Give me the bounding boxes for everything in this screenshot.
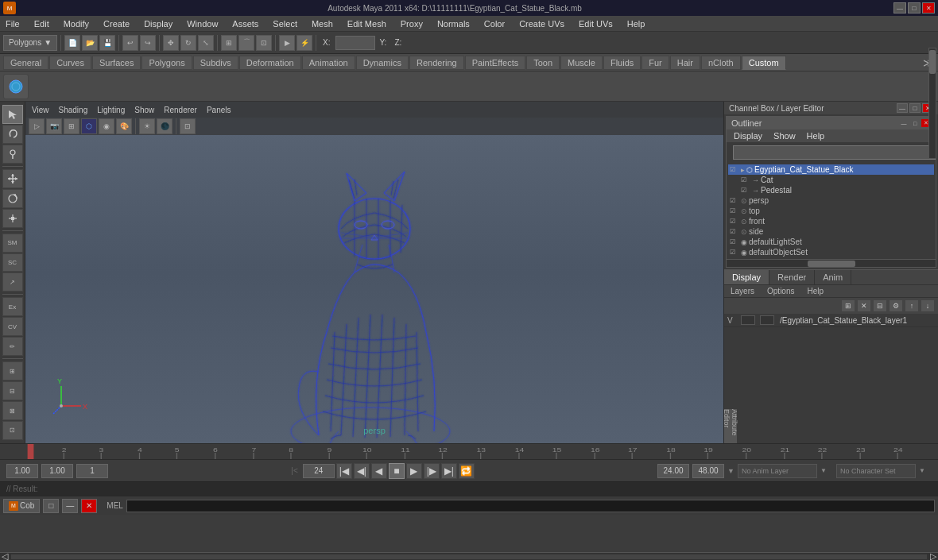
vp-camera-icon[interactable]: 📷 <box>46 118 62 134</box>
lasso-tool-btn[interactable] <box>2 125 23 144</box>
taskbar-min-btn[interactable]: — <box>62 499 78 513</box>
mel-input[interactable] <box>126 500 935 512</box>
layer-visibility[interactable]: V <box>727 316 738 325</box>
curve-tool-btn[interactable]: CV <box>2 317 23 336</box>
window-controls[interactable]: — □ ✕ <box>893 2 935 14</box>
layer-tool-btn[interactable]: ⊠ <box>2 401 23 420</box>
tree-item-defaultlightset[interactable]: ☑ ◉ defaultLightSet <box>728 237 934 247</box>
render-icon[interactable]: ▶ <box>279 35 295 51</box>
extrude-tool-btn[interactable]: Ex <box>2 297 23 316</box>
shelf-tab-rendering[interactable]: Rendering <box>409 56 464 70</box>
shelf-tab-fur[interactable]: Fur <box>641 56 669 70</box>
go-to-end-btn[interactable]: ▶| <box>441 463 457 479</box>
channel-subtab-layers[interactable]: Layers <box>724 285 761 297</box>
outliner-scroll-thumb[interactable] <box>929 50 936 74</box>
viewport-menu-shading[interactable]: Shading <box>59 106 88 114</box>
viewport-menu-view[interactable]: View <box>32 106 49 114</box>
menu-edit[interactable]: Edit <box>32 19 52 29</box>
layer-options-btn[interactable]: ⊟ <box>873 299 887 312</box>
menu-file[interactable]: File <box>3 19 22 29</box>
scale-icon[interactable]: ⤡ <box>198 35 214 51</box>
paint-tool-btn[interactable] <box>2 145 23 164</box>
sculpt-tool-btn[interactable]: SC <box>2 253 23 272</box>
attribute-editor-tab[interactable]: Attribute Editor <box>724 409 737 443</box>
close-button[interactable]: ✕ <box>922 2 935 14</box>
tree-item-pedestal[interactable]: ☑ → Pedestal <box>728 185 934 195</box>
taskbar-close-btn[interactable]: ✕ <box>81 499 97 513</box>
shelf-tab-polygons[interactable]: Polygons <box>141 56 192 70</box>
vp-resolution-icon[interactable]: ⊡ <box>180 118 196 134</box>
shelf-tab-dynamics[interactable]: Dynamics <box>356 56 409 70</box>
shelf-tab-curves[interactable]: Curves <box>49 56 91 70</box>
viewport-menu-lighting[interactable]: Lighting <box>97 106 125 114</box>
channel-tab-render[interactable]: Render <box>769 270 815 284</box>
tree-item-root[interactable]: ☑ ▸ ⬡ Egyptian_Cat_Statue_Black <box>728 164 934 175</box>
shelf-tab-surfaces[interactable]: Surfaces <box>92 56 141 70</box>
layer-settings-btn[interactable]: ⚙ <box>889 299 903 312</box>
go-to-start-btn[interactable]: |◀ <box>336 463 352 479</box>
shelf-tab-ncloth[interactable]: nCloth <box>701 56 741 70</box>
viewport-menu-renderer[interactable]: Renderer <box>164 106 197 114</box>
channel-maximize-btn[interactable]: □ <box>909 103 921 113</box>
shelf-tab-muscle[interactable]: Muscle <box>560 56 603 70</box>
outliner-min-btn[interactable]: — <box>899 119 909 127</box>
vp-grid-icon[interactable]: ⊞ <box>64 118 79 134</box>
menu-create[interactable]: Create <box>101 19 132 29</box>
shelf-tab-custom[interactable]: Custom <box>742 56 786 70</box>
tree-checkbox-pedestal[interactable]: ☑ <box>741 187 752 194</box>
tree-checkbox-top[interactable]: ☑ <box>730 207 741 214</box>
layer-name[interactable]: /Egyptian_Cat_Statue_Black_layer1 <box>780 316 907 325</box>
tree-item-front[interactable]: ☑ ⊙ front <box>728 216 934 226</box>
tree-checkbox-objectset[interactable]: ☑ <box>730 249 741 256</box>
menu-select[interactable]: Select <box>270 19 300 29</box>
outliner-max-btn[interactable]: □ <box>910 119 920 127</box>
shelf-tab-toon[interactable]: Toon <box>526 56 560 70</box>
loop-btn[interactable]: 🔁 <box>459 463 475 479</box>
timeline[interactable]: 2 3 4 5 6 7 8 9 10 11 12 13 14 <box>0 443 938 459</box>
vp-wireframe-icon[interactable]: ⬡ <box>81 118 97 134</box>
tree-item-defaultobjectset[interactable]: ☑ ◉ defaultObjectSet <box>728 247 934 257</box>
channel-subtab-options[interactable]: Options <box>761 285 800 297</box>
menu-edit-uvs[interactable]: Edit UVs <box>576 19 615 29</box>
outliner-menu-help[interactable]: Help <box>804 131 828 141</box>
channel-hscrollbar[interactable]: ◁ ▷ <box>0 552 938 560</box>
vp-smooth-icon[interactable]: ◉ <box>99 118 114 134</box>
menu-assets[interactable]: Assets <box>230 19 261 29</box>
tree-item-cat[interactable]: ☑ → Cat <box>728 175 934 185</box>
channel-tab-display[interactable]: Display <box>724 270 769 284</box>
snap-point-icon[interactable]: ⊡ <box>256 35 272 51</box>
end-range-input[interactable] <box>692 464 724 478</box>
snap-tool-btn[interactable]: ⊡ <box>2 421 23 440</box>
vp-texture-icon[interactable]: 🎨 <box>116 118 132 134</box>
redo-icon[interactable]: ↪ <box>140 35 156 51</box>
soft-mod-tool-btn[interactable]: SM <box>2 234 23 253</box>
undo-icon[interactable]: ↩ <box>122 35 138 51</box>
channel-tab-anim[interactable]: Anim <box>815 270 851 284</box>
viewport-menu-show[interactable]: Show <box>134 106 154 114</box>
save-file-icon[interactable]: 💾 <box>99 35 115 51</box>
ipr-render-icon[interactable]: ⚡ <box>297 35 312 51</box>
x-input[interactable] <box>335 36 375 50</box>
menu-modify[interactable]: Modify <box>61 19 91 29</box>
menu-color[interactable]: Color <box>482 19 507 29</box>
outliner-hscroll-thumb[interactable] <box>808 261 855 267</box>
rotate-icon[interactable]: ↻ <box>180 35 196 51</box>
grid-tool-btn[interactable]: ⊟ <box>2 381 23 400</box>
taskbar-restore-btn[interactable]: □ <box>43 499 59 513</box>
shelf-tab-subdivs[interactable]: Subdivs <box>193 56 238 70</box>
show-manip-tool-btn[interactable]: ↗ <box>2 272 23 292</box>
new-file-icon[interactable]: 📄 <box>64 35 80 51</box>
channel-subtab-help[interactable]: Help <box>800 285 830 297</box>
outliner-search-input[interactable] <box>733 145 936 160</box>
scale-tool-btn[interactable] <box>2 209 23 228</box>
taskbar-maya-btn[interactable]: M Cob <box>3 499 40 513</box>
channel-scroll-left[interactable]: ◁ <box>2 551 8 560</box>
tree-checkbox[interactable]: ☑ <box>730 166 741 173</box>
shelf-home-icon[interactable] <box>3 74 29 99</box>
open-file-icon[interactable]: 📂 <box>82 35 98 51</box>
outliner-menu-show[interactable]: Show <box>771 131 798 141</box>
playback-current-input[interactable] <box>41 464 73 478</box>
step-back-btn[interactable]: ◀| <box>354 463 370 479</box>
layer-down-btn[interactable]: ↓ <box>921 299 935 312</box>
end-frame-input[interactable] <box>303 464 335 478</box>
